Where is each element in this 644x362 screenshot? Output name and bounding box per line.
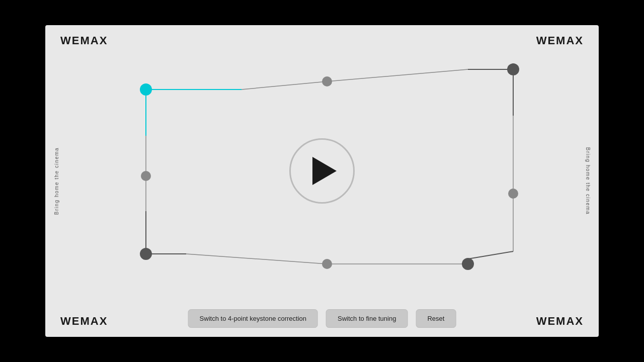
logo-top-left: WEMAX [60, 34, 108, 47]
svg-line-2 [242, 81, 327, 89]
svg-line-11 [186, 254, 327, 264]
play-circle [289, 138, 355, 204]
reset-button[interactable]: Reset [416, 309, 456, 328]
play-button-container [289, 138, 355, 204]
svg-point-22 [140, 248, 152, 260]
svg-line-8 [468, 251, 513, 259]
svg-point-21 [507, 63, 519, 75]
svg-point-16 [322, 76, 332, 86]
svg-point-17 [508, 189, 518, 199]
logo-top-right: WEMAX [536, 34, 584, 47]
buttons-row: Switch to 4-point keystone correction Sw… [188, 309, 456, 328]
projector-screen: WEMAX WEMAX WEMAX WEMAX Bring home the c… [45, 25, 599, 337]
svg-point-20 [140, 83, 152, 96]
side-text-left: Bring home the cinema [54, 147, 59, 215]
logo-bottom-left: WEMAX [60, 315, 108, 328]
svg-point-18 [322, 259, 332, 269]
side-text-right: Bring home the cinema [585, 147, 591, 215]
logo-bottom-right: WEMAX [536, 315, 584, 328]
fine-tuning-button[interactable]: Switch to fine tuning [326, 309, 408, 328]
svg-point-19 [141, 171, 151, 181]
switch-4point-button[interactable]: Switch to 4-point keystone correction [188, 309, 318, 328]
keystone-area [86, 55, 558, 287]
svg-line-3 [327, 69, 468, 81]
svg-point-23 [462, 258, 474, 270]
play-icon [312, 157, 337, 185]
